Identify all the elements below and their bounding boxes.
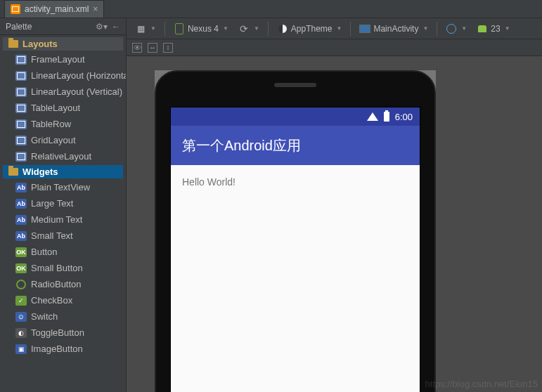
chevron-down-icon: ▼ [223, 25, 228, 32]
palette-item-label: Small Button [31, 263, 83, 273]
chevron-down-icon: ▼ [461, 25, 467, 32]
section-label: Widgets [22, 166, 58, 177]
palette-item-label: LinearLayout (Vertical) [31, 86, 122, 97]
view-options-button[interactable] [132, 43, 142, 53]
palette-item-label: RelativeLayout [31, 151, 91, 162]
text-icon: Ab [15, 231, 27, 241]
gear-icon[interactable]: ⚙▾ [96, 22, 108, 32]
device-picker[interactable]: Nexus 4▼ [169, 20, 233, 37]
content-area: Hello World! [171, 165, 420, 199]
expand-vertical-button[interactable]: ↕ [163, 43, 173, 53]
folder-icon [8, 168, 18, 176]
palette-item-label: Large Text [31, 198, 73, 209]
palette-item-radiobutton[interactable]: RadioButton [0, 276, 126, 292]
radio-icon [15, 280, 27, 289]
layout-icon [15, 87, 27, 97]
activity-picker[interactable]: MainActivity▼ [355, 20, 432, 37]
palette-item-label: Switch [31, 311, 58, 322]
palette-item-linearlayout-h[interactable]: LinearLayout (Horizontal) [0, 67, 126, 84]
chevron-down-icon: ▼ [150, 25, 156, 32]
palette-item-switch[interactable]: ⊙Switch [0, 308, 126, 325]
text-icon: Ab [15, 183, 27, 192]
section-layouts[interactable]: Layouts [3, 37, 123, 51]
eye-icon [133, 42, 141, 53]
palette-title: Palette [6, 22, 32, 32]
app-title: 第一个Android应用 [182, 136, 301, 155]
hello-text: Hello World! [182, 176, 235, 188]
palette-item-tablelayout[interactable]: TableLayout [0, 100, 126, 116]
device-speaker [274, 83, 316, 87]
palette-item-button[interactable]: OKButton [0, 244, 126, 260]
chevron-down-icon: ▼ [422, 25, 428, 32]
theme-label: AppTheme [291, 24, 333, 34]
design-surface-button[interactable]: ▦▼ [131, 20, 160, 37]
file-tab-label: activity_main.xml [25, 4, 89, 14]
theme-icon [277, 23, 288, 34]
palette-item-label: TableRow [31, 119, 71, 129]
palette-header: Palette ⚙▾ ← [0, 18, 126, 35]
rotate-icon [238, 23, 250, 34]
palette-item-framelayout[interactable]: FrameLayout [0, 51, 126, 67]
palette-tree: Layouts FrameLayout LinearLayout (Horizo… [0, 35, 126, 392]
toggle-icon: ◐ [15, 328, 27, 338]
palette-item-label: Medium Text [31, 214, 82, 225]
status-time: 6:00 [395, 112, 413, 122]
palette-item-relativelayout[interactable]: RelativeLayout [0, 148, 126, 164]
palette-item-label: RadioButton [31, 279, 82, 289]
palette-item-label: Small Text [31, 230, 73, 241]
xml-file-icon [11, 4, 20, 14]
palette-item-label: ToggleButton [31, 327, 84, 338]
palette-item-label: Plain TextView [31, 182, 90, 192]
layout-icon [15, 103, 27, 113]
palette-item-tablerow[interactable]: TableRow [0, 116, 126, 132]
chevron-down-icon: ▼ [505, 25, 510, 32]
button-icon: OK [15, 247, 27, 257]
palette-item-gridlayout[interactable]: GridLayout [0, 132, 126, 148]
chevron-down-icon: ▼ [337, 25, 342, 32]
canvas-background: 6:00 第一个Android应用 Hello World! [155, 70, 436, 392]
surface-icon: ▦ [135, 23, 146, 34]
palette-item-small-text[interactable]: AbSmall Text [0, 228, 126, 244]
check-icon: ✓ [15, 296, 27, 306]
device-label: Nexus 4 [188, 24, 219, 34]
file-tab[interactable]: activity_main.xml × [4, 0, 104, 18]
orientation-button[interactable]: ▼ [234, 20, 264, 37]
close-tab-icon[interactable]: × [93, 4, 98, 14]
main-split: Palette ⚙▾ ← Layouts FrameLayout LinearL… [0, 18, 542, 392]
palette-item-label: TableLayout [31, 103, 80, 113]
theme-picker[interactable]: AppTheme▼ [273, 20, 347, 37]
palette-item-checkbox[interactable]: ✓CheckBox [0, 292, 126, 308]
switch-icon: ⊙ [15, 312, 27, 322]
api-picker[interactable]: 23▼ [472, 20, 514, 37]
palette-tools: ⚙▾ ← [96, 22, 120, 32]
palette-item-linearlayout-v[interactable]: LinearLayout (Vertical) [0, 84, 126, 100]
chevron-down-icon: ▼ [254, 25, 259, 32]
phone-icon [174, 23, 185, 34]
wifi-icon [367, 112, 378, 121]
design-editor: ▦▼ Nexus 4▼ ▼ AppTheme▼ MainActivity▼ ▼ … [127, 18, 542, 392]
separator [268, 22, 269, 36]
design-toolbar: ▦▼ Nexus 4▼ ▼ AppTheme▼ MainActivity▼ ▼ … [127, 18, 542, 39]
view-options-bar: ↔ ↕ [127, 39, 542, 56]
globe-icon [446, 23, 457, 34]
palette-item-medium-text[interactable]: AbMedium Text [0, 211, 126, 228]
app-bar: 第一个Android应用 [171, 126, 420, 165]
layout-icon [15, 136, 27, 145]
palette-item-large-text[interactable]: AbLarge Text [0, 195, 126, 211]
section-widgets[interactable]: Widgets [3, 165, 123, 178]
design-canvas[interactable]: 6:00 第一个Android应用 Hello World! [127, 56, 542, 392]
arrow-left-icon[interactable]: ← [112, 22, 120, 32]
palette-item-small-button[interactable]: OKSmall Button [0, 260, 126, 276]
expand-horizontal-button[interactable]: ↔ [148, 43, 157, 53]
layout-icon [15, 119, 27, 129]
api-label: 23 [491, 24, 500, 34]
palette-panel: Palette ⚙▾ ← Layouts FrameLayout LinearL… [0, 18, 127, 392]
layout-icon [15, 55, 27, 65]
button-icon: OK [15, 263, 27, 273]
locale-picker[interactable]: ▼ [441, 20, 471, 37]
palette-item-textview[interactable]: AbPlain TextView [0, 179, 126, 195]
palette-item-togglebutton[interactable]: ◐ToggleButton [0, 325, 126, 341]
activity-icon [359, 23, 370, 34]
palette-item-imagebutton[interactable]: ▣ImageButton [0, 341, 126, 357]
device-screen[interactable]: 6:00 第一个Android应用 Hello World! [170, 107, 420, 392]
